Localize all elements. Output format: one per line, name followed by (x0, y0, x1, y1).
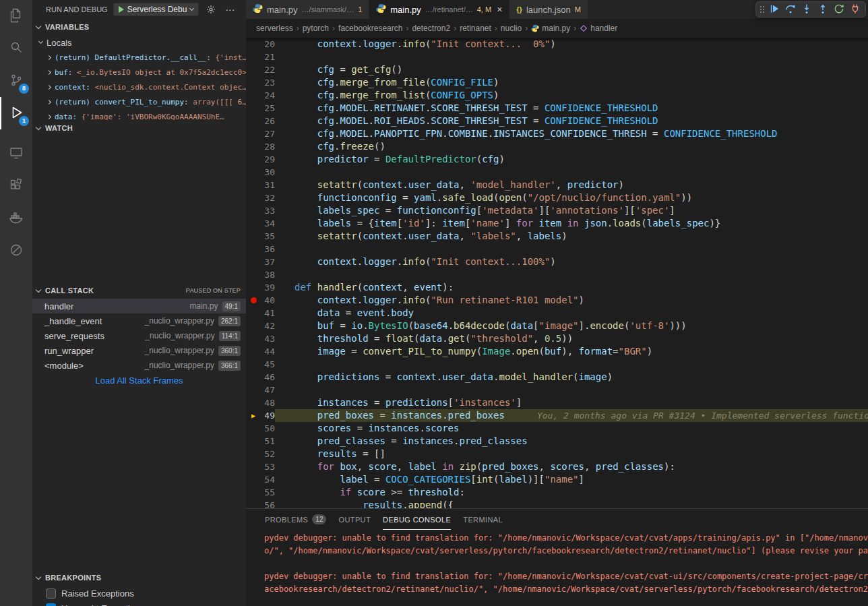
breakpoint-margin[interactable] (246, 460, 261, 473)
code-text: setattr(context.user_data, "labels", lab… (275, 230, 868, 243)
variables-section-header[interactable]: VARIABLES (32, 19, 246, 35)
stack-frame-handler[interactable]: handlermain.py49:1 (32, 299, 246, 313)
breakpoint-margin[interactable] (246, 384, 261, 396)
breakpoint-margin[interactable] (246, 243, 261, 255)
breakpoint-margin[interactable] (246, 204, 261, 217)
breakpoint-margin[interactable] (246, 230, 261, 243)
variable-row[interactable]: (return) DefaultPredictor.__call__: {'in… (32, 50, 246, 65)
breakpoint-margin[interactable] (246, 191, 261, 204)
panel-tab-problems[interactable]: PROBLEMS12 (265, 509, 326, 530)
breakpoint-margin[interactable] (246, 307, 261, 320)
activity-item-remote-explorer[interactable] (0, 138, 32, 170)
breakpoint-margin[interactable] (246, 281, 261, 294)
debug-config-dropdown[interactable]: Serverless Debu (113, 3, 199, 16)
breakpoint-margin[interactable] (246, 166, 261, 179)
editor-tab-launch.json[interactable]: {}launch.jsonM (509, 0, 588, 19)
disconnect-button[interactable] (847, 2, 863, 17)
activity-item-docker[interactable] (0, 202, 32, 235)
breakpoint-margin[interactable] (246, 140, 261, 153)
breadcrumb-item-pytorch[interactable]: pytorch (303, 24, 329, 33)
breadcrumb-item-retinanet[interactable]: retinanet (460, 24, 491, 33)
variable-row[interactable]: data: {'image': 'iVBORw0KGgoAAAANSUhE… (32, 109, 246, 120)
breakpoint-margin[interactable] (246, 435, 261, 448)
breakpoint-icon[interactable] (251, 297, 257, 303)
drag-handle-icon[interactable] (758, 2, 766, 17)
watch-section-header[interactable]: WATCH (32, 120, 246, 136)
variables-scope-locals[interactable]: Locals (32, 35, 246, 50)
breakpoint-margin[interactable] (246, 51, 261, 63)
stack-frame-run_wrapper[interactable]: run_wrapper_nuclio_wrapper.py360:1 (32, 343, 246, 358)
breakpoint-margin[interactable] (246, 89, 261, 102)
gutter: 35 (246, 230, 275, 243)
stack-frame-serve_requests[interactable]: serve_requests_nuclio_wrapper.py114:1 (32, 328, 246, 343)
activity-item-source-control[interactable]: 8 (0, 65, 32, 97)
close-icon[interactable]: × (497, 4, 502, 15)
breakpoint-margin[interactable] (246, 127, 261, 140)
breakpoint-margin[interactable] (246, 422, 261, 435)
checkbox[interactable] (46, 603, 56, 606)
breakpoints-section-header[interactable]: BREAKPOINTS (32, 570, 246, 586)
panel-tab-debug-console[interactable]: DEBUG CONSOLE (383, 509, 451, 530)
breakpoint-margin[interactable] (246, 102, 261, 115)
breakpoint-row[interactable]: Raised Exceptions (32, 586, 246, 601)
breakpoint-margin[interactable] (246, 153, 261, 166)
activity-item-explorer[interactable] (0, 0, 32, 32)
breakpoint-margin[interactable] (246, 320, 261, 332)
breakpoint-margin[interactable]: ▶ (246, 409, 261, 422)
editor-tab-main.py[interactable]: main.py…/retinanet/…4, M× (369, 0, 509, 19)
breakpoint-margin[interactable] (246, 332, 261, 345)
gear-icon[interactable] (204, 3, 218, 16)
breakpoint-margin[interactable] (246, 63, 261, 76)
breakpoint-margin[interactable] (246, 486, 261, 499)
stack-frame-<module>[interactable]: <module>_nuclio_wrapper.py366:1 (32, 358, 246, 373)
stack-frame-_handle_event[interactable]: _handle_event_nuclio_wrapper.py262:1 (32, 313, 246, 328)
editor-tab-main.py[interactable]: main.py…/siammask/…1 (246, 0, 369, 19)
code-line-45: 45 (246, 358, 868, 371)
activity-item-run-and-debug[interactable]: 1 (0, 97, 32, 129)
breakpoint-margin[interactable] (246, 268, 261, 281)
step-out-button[interactable] (815, 2, 831, 17)
breadcrumb-item-detectron2[interactable]: detectron2 (412, 24, 450, 33)
breadcrumb-item-handler[interactable]: handler (580, 24, 617, 33)
breakpoint-row[interactable]: Uncaught Exceptions (32, 601, 246, 606)
breakpoint-margin[interactable] (246, 345, 261, 358)
breakpoint-margin[interactable] (246, 115, 261, 127)
breakpoint-margin[interactable] (246, 179, 261, 191)
breakpoint-margin[interactable] (246, 396, 261, 409)
breadcrumb-item-main.py[interactable]: main.py (531, 24, 570, 33)
breakpoint-margin[interactable] (246, 473, 261, 486)
gutter: 37 (246, 255, 275, 268)
line-number: 33 (261, 204, 275, 217)
breakpoint-margin[interactable] (246, 294, 261, 307)
step-into-button[interactable] (799, 2, 815, 17)
panel-tab-output[interactable]: OUTPUT (338, 509, 371, 530)
continue-button[interactable] (766, 2, 782, 17)
start-debugging-icon[interactable] (119, 6, 124, 13)
checkbox[interactable] (46, 588, 56, 599)
variable-row[interactable]: buf: <_io.BytesIO object at 0x7f5a2dc1ec… (32, 65, 246, 80)
breakpoint-margin[interactable] (246, 38, 261, 51)
variable-row[interactable]: (return) convert_PIL_to_numpy: array([[[… (32, 94, 246, 109)
panel-tab-terminal[interactable]: TERMINAL (463, 509, 503, 530)
activity-item-extensions[interactable] (0, 170, 32, 202)
restart-button[interactable] (831, 2, 847, 17)
breadcrumb-item-nuclio[interactable]: nuclio (501, 24, 522, 33)
load-all-stack-frames-link[interactable]: Load All Stack Frames (32, 373, 246, 388)
breadcrumb-item-serverless[interactable]: serverless (256, 24, 293, 33)
more-actions-icon[interactable]: ··· (223, 3, 237, 16)
step-over-button[interactable] (782, 2, 799, 17)
activity-item-search[interactable] (0, 32, 32, 65)
line-number: 35 (261, 230, 275, 243)
breakpoint-margin[interactable] (246, 358, 261, 371)
variable-row[interactable]: context: <nuclio_sdk.context.Context obj… (32, 80, 246, 94)
breakpoint-margin[interactable] (246, 255, 261, 268)
breadcrumb-label: pytorch (303, 24, 329, 33)
breadcrumb-item-facebookresearch[interactable]: facebookresearch (338, 24, 402, 33)
breakpoint-margin[interactable] (246, 76, 261, 89)
callstack-section-header[interactable]: CALL STACK PAUSED ON STEP (32, 282, 246, 299)
breakpoint-margin[interactable] (246, 371, 261, 384)
activity-item-live-share[interactable] (0, 235, 32, 267)
breakpoint-margin[interactable] (246, 217, 261, 230)
breakpoint-margin[interactable] (246, 448, 261, 460)
breakpoint-margin[interactable] (246, 499, 261, 508)
